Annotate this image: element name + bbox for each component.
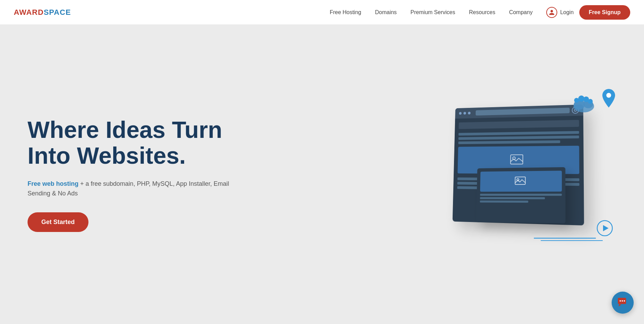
navbar: AWARDSPACE Free Hosting Domains Premium … <box>0 0 644 25</box>
svg-marker-13 <box>603 225 609 231</box>
svg-point-19 <box>624 300 625 302</box>
diagonal-accent-lines <box>534 236 603 243</box>
svg-point-11 <box>606 93 611 98</box>
nav-link-domains[interactable]: Domains <box>375 9 397 15</box>
browser-text-block-1 <box>458 131 579 144</box>
nav-link-company[interactable]: Company <box>509 9 532 15</box>
float-location-pin-icon <box>601 88 616 107</box>
svg-point-18 <box>622 300 623 302</box>
hero-subtitle: Free web hosting + a free subdomain, PHP… <box>28 179 234 199</box>
user-icon <box>546 7 557 18</box>
hero-title: Where Ideas Turn Into Websites. <box>28 117 234 169</box>
browser-bottom-line <box>480 201 528 203</box>
float-play-icon <box>597 220 613 236</box>
nav-link-resources[interactable]: Resources <box>469 9 495 15</box>
browser-image-2 <box>480 171 562 192</box>
nav-menu: Free Hosting Domains Premium Services Re… <box>330 9 533 16</box>
browser-bottom-line <box>480 194 562 196</box>
browser-line <box>458 135 579 140</box>
logo-space: SPACE <box>44 8 71 17</box>
browser-dot-2 <box>463 112 466 115</box>
logo[interactable]: AWARDSPACE <box>14 8 71 17</box>
login-label: Login <box>560 9 573 16</box>
get-started-button[interactable]: Get Started <box>28 212 88 232</box>
nav-item-company[interactable]: Company <box>509 9 532 16</box>
svg-point-17 <box>620 300 621 302</box>
hero-section: Where Ideas Turn Into Websites. Free web… <box>0 25 644 324</box>
float-cloud-icon <box>572 95 596 114</box>
browser-dot-3 <box>468 112 471 114</box>
hero-subtitle-highlight: Free web hosting <box>28 180 78 187</box>
browser-line <box>458 140 560 144</box>
browser-bottom-text <box>480 194 562 203</box>
logo-award: AWARD <box>14 8 44 17</box>
nav-item-domains[interactable]: Domains <box>375 9 397 16</box>
browser-window-bottom <box>476 167 565 223</box>
svg-point-10 <box>588 99 593 104</box>
hero-illustration <box>431 78 623 271</box>
hero-content: Where Ideas Turn Into Websites. Free web… <box>28 117 234 232</box>
nav-link-premium-services[interactable]: Premium Services <box>411 9 455 15</box>
browser-bottom-line <box>480 197 545 199</box>
nav-item-free-hosting[interactable]: Free Hosting <box>330 9 361 16</box>
browser-bottom-body <box>476 167 565 206</box>
nav-item-premium-services[interactable]: Premium Services <box>411 9 455 16</box>
signup-button[interactable]: Free Signup <box>579 5 630 20</box>
browser-header-strip <box>459 120 579 129</box>
nav-item-resources[interactable]: Resources <box>469 9 495 16</box>
chat-support-widget[interactable] <box>612 292 634 314</box>
browser-line <box>458 131 579 135</box>
browser-dot-1 <box>459 112 462 115</box>
nav-link-free-hosting[interactable]: Free Hosting <box>330 9 361 15</box>
login-button[interactable]: Login <box>546 7 573 18</box>
svg-rect-2 <box>515 177 526 184</box>
svg-point-7 <box>574 98 579 103</box>
svg-rect-0 <box>510 155 523 164</box>
nav-right: Login Free Signup <box>546 5 630 20</box>
browser-searchbar <box>476 108 570 115</box>
